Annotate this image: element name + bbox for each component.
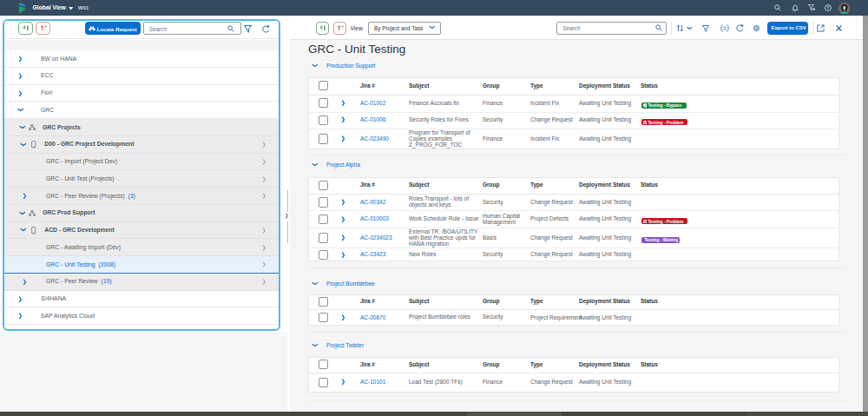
- svg-text:?: ?: [827, 5, 830, 10]
